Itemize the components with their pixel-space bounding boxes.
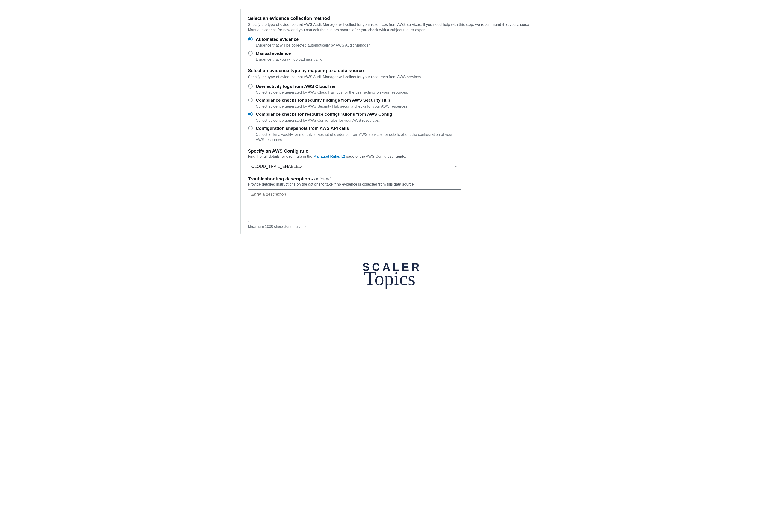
config-rule-desc: Find the full details for each rule in t… [248,154,536,159]
data-source-radio-group: User activity logs from AWS CloudTrail C… [248,82,536,143]
radio-icon [248,126,253,131]
radio-icon [248,37,253,41]
radio-label: Compliance checks for security findings … [256,97,536,103]
radio-aws-config[interactable]: Compliance checks for resource configura… [248,110,536,124]
radio-security-hub[interactable]: Compliance checks for security findings … [248,96,536,110]
config-rule-title: Specify an AWS Config rule [248,148,536,154]
radio-api-snapshots[interactable]: Configuration snapshots from AWS API cal… [248,124,536,143]
config-rule-desc-before: Find the full details for each rule in t… [248,154,313,158]
data-source-title: Select an evidence type by mapping to a … [248,68,536,73]
evidence-form-card: Select an evidence collection method Spe… [241,9,544,234]
config-rule-desc-after: page of the AWS Config user guide. [345,154,406,158]
char-count-hint: Maximum 1000 characters. ( given) [248,225,536,229]
data-source-desc: Specify the type of evidence that AWS Au… [248,74,536,80]
collection-method-radio-group: Automated evidence Evidence that will be… [248,35,536,63]
radio-desc: Collect evidence generated by AWS Securi… [256,104,536,109]
logo-line-2: Topics [238,271,542,286]
troubleshoot-textarea[interactable] [248,190,461,222]
radio-desc: Evidence that you will upload manually. [256,57,536,62]
radio-automated-evidence[interactable]: Automated evidence Evidence that will be… [248,35,536,49]
config-rule-select[interactable]: CLOUD_TRAIL_ENABLED ▼ [248,162,461,171]
radio-icon [248,98,253,102]
form-card-container: Select an evidence collection method Spe… [240,9,544,234]
radio-label: Configuration snapshots from AWS API cal… [256,125,536,131]
collection-method-desc: Specify the type of evidence that AWS Au… [248,22,536,33]
radio-desc: Collect evidence generated by AWS Config… [256,118,536,123]
radio-desc: Collect a daily, weekly, or monthly snap… [256,132,454,142]
troubleshoot-title: Troubleshooting description - optional [248,176,536,181]
troubleshoot-desc: Provide detailed instructions on the act… [248,181,536,187]
optional-label: optional [314,176,330,181]
managed-rules-link[interactable]: Managed Rules [313,154,345,158]
radio-icon [248,112,253,116]
radio-desc: Evidence that will be collected automati… [256,43,536,48]
radio-cloudtrail-logs[interactable]: User activity logs from AWS CloudTrail C… [248,82,536,96]
radio-label: Manual evidence [256,51,536,56]
radio-manual-evidence[interactable]: Manual evidence Evidence that you will u… [248,49,536,63]
radio-icon [248,51,253,56]
collection-method-title: Select an evidence collection method [248,16,536,21]
config-rule-selected-value: CLOUD_TRAIL_ENABLED [252,164,302,169]
chevron-down-icon: ▼ [454,165,457,168]
radio-label: User activity logs from AWS CloudTrail [256,83,536,89]
radio-label: Compliance checks for resource configura… [256,111,536,117]
external-link-icon [341,154,345,159]
radio-label: Automated evidence [256,36,536,43]
radio-desc: Collect evidence generated by AWS CloudT… [256,90,536,95]
radio-icon [248,84,253,88]
scaler-topics-logo: SCALER Topics [240,262,544,286]
